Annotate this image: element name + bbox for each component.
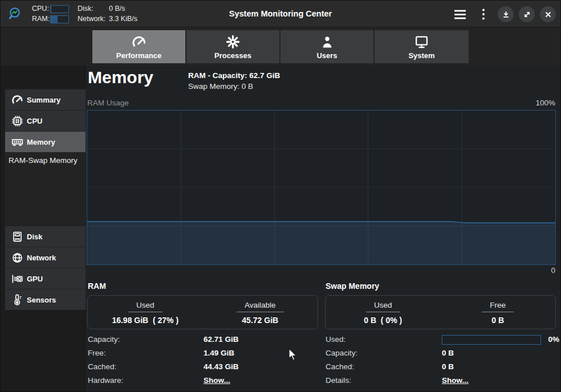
chart-y-min-label: 0 <box>551 266 555 275</box>
swap-memory-summary: Swap Memory: 0 B <box>188 82 253 91</box>
tab-label: Performance <box>116 51 161 60</box>
chart-y-max-label: 100% <box>535 99 555 107</box>
sidebar-item-label: Network <box>27 254 56 262</box>
sidebar-item-label: Memory <box>27 138 55 146</box>
ram-cached-label: Cached: <box>88 362 116 371</box>
gear-icon <box>226 34 240 50</box>
sidebar-item-label: GPU <box>27 275 43 283</box>
swap-used-value: 0 B ( 0% ) <box>364 316 402 325</box>
memory-subpanel: RAM-Swap Memory <box>5 152 86 226</box>
sidebar-item-disk[interactable]: Disk <box>5 226 86 247</box>
swap-cached-label: Cached: <box>326 362 354 371</box>
swap-used-header: Used <box>366 301 400 312</box>
ram-capacity-summary: RAM - Capacity: 62.7 GiB <box>188 71 280 80</box>
ram-section-title: RAM <box>88 281 106 291</box>
sidebar-item-cpu[interactable]: CPU <box>5 110 86 131</box>
memory-page: Memory RAM - Capacity: 62.7 GiB Swap Mem… <box>86 66 560 391</box>
sidebar-item-memory[interactable]: Memory <box>5 131 86 152</box>
subitem-ram-swap-memory[interactable]: RAM-Swap Memory <box>5 152 86 165</box>
swap-used-percent: 0% <box>548 335 559 344</box>
tab-performance[interactable]: Performance <box>92 30 186 63</box>
kebab-menu-icon[interactable] <box>477 8 490 21</box>
ram-used-header: Used <box>128 301 162 312</box>
swap-free-value: 0 B <box>491 316 504 325</box>
ram-stat-box: Used 16.98 GiB ( 27% ) Available 45.72 G… <box>87 295 318 329</box>
tab-label: Processes <box>214 51 251 60</box>
close-button[interactable] <box>540 6 556 22</box>
cpu-chip-icon <box>11 115 23 127</box>
swap-free-header: Free <box>482 301 514 312</box>
swap-stat-box: Used 0 B ( 0% ) Free 0 B <box>325 295 556 329</box>
swap-details-show-link[interactable]: Show... <box>442 376 469 385</box>
swap-used-progress-bar <box>442 335 541 345</box>
tab-processes[interactable]: Processes <box>186 30 280 63</box>
ram-stick-icon <box>11 136 23 148</box>
main-tab-bar: Performance Processes <box>92 30 469 63</box>
ram-usage-chart <box>87 110 556 265</box>
gauge-icon <box>132 34 147 50</box>
chart-title: RAM Usage <box>87 99 129 107</box>
monitor-icon <box>414 34 429 50</box>
app-window: CPU: RAM: Disk: 0 B/s Network: 3.3 KiB/s… <box>0 0 561 392</box>
sidebar-item-summary[interactable]: Summary <box>5 89 86 110</box>
ram-capacity-value: 62.71 GiB <box>204 335 239 344</box>
ram-hardware-show-link[interactable]: Show... <box>204 376 230 385</box>
tab-users[interactable]: Users <box>280 30 375 63</box>
ram-hardware-label: Hardware: <box>88 376 123 385</box>
hard-drive-icon <box>11 231 23 243</box>
user-icon <box>320 34 334 50</box>
sidebar-item-label: Summary <box>27 96 60 104</box>
sidebar-item-label: Disk <box>27 232 42 241</box>
swap-section-title: Swap Memory <box>326 281 379 291</box>
swap-details-label: Details: <box>326 376 351 385</box>
globe-icon <box>11 252 23 264</box>
gpu-card-icon <box>11 273 23 285</box>
performance-sidebar: Summary CPU <box>1 66 86 391</box>
ram-available-value: 45.72 GiB <box>242 316 278 325</box>
ram-usage-chart-plot <box>87 111 555 264</box>
tab-label: System <box>408 51 434 60</box>
thermometer-icon <box>11 294 23 306</box>
gauge-icon <box>11 94 23 106</box>
sidebar-item-gpu[interactable]: GPU <box>5 268 86 289</box>
sidebar-item-label: Sensors <box>27 296 56 304</box>
ram-free-value: 1.49 GiB <box>204 349 234 357</box>
sidebar-item-network[interactable]: Network <box>5 247 86 268</box>
swap-used-row-label: Used: <box>326 335 345 344</box>
sidebar-item-sensors[interactable]: Sensors <box>5 289 86 310</box>
hamburger-menu-icon[interactable] <box>453 8 467 21</box>
ram-capacity-label: Capacity: <box>88 335 120 344</box>
expand-button[interactable] <box>519 6 535 22</box>
swap-capacity-label: Capacity: <box>326 349 357 357</box>
top-bar: CPU: RAM: Disk: 0 B/s Network: 3.3 KiB/s… <box>1 1 560 27</box>
ram-available-header: Available <box>237 301 284 312</box>
tab-system[interactable]: System <box>375 30 469 63</box>
sidebar-item-label: CPU <box>27 117 42 125</box>
ram-cached-value: 44.43 GiB <box>204 362 239 371</box>
tab-label: Users <box>316 51 337 60</box>
ram-free-label: Free: <box>88 349 106 357</box>
swap-cached-value: 0 B <box>442 362 454 371</box>
swap-capacity-value: 0 B <box>442 349 454 357</box>
ram-used-value: 16.98 GiB ( 27% ) <box>112 316 178 325</box>
download-button[interactable] <box>498 6 514 22</box>
page-title: Memory <box>88 68 153 87</box>
